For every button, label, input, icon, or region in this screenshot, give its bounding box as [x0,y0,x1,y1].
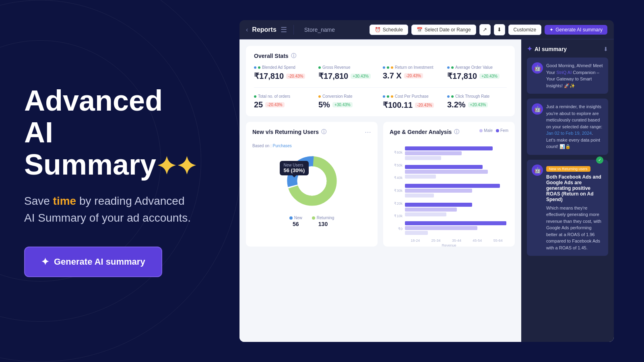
stat-item-gross-revenue: Gross Revenue ₹17,810 +30.43% [318,65,378,81]
bar-4554-gray [405,212,446,216]
bar-4554-light [405,208,457,212]
stat-item-blended-ad-spend: Blended Ad Spend ₹17,810 -20.43% [254,65,314,81]
charts-row: New v/s Returning Users ⓘ ⋯ Based on : P… [246,122,515,247]
nav-generate-button[interactable]: ✦ Generate AI summary [545,25,607,35]
schedule-button[interactable]: ⏰ Schedule [369,25,408,35]
check-icon: ✓ [596,156,603,164]
new-vs-returning-card: New v/s Returning Users ⓘ ⋯ Based on : P… [246,122,378,247]
bar-1824-gray [405,156,441,160]
legend-dot-returning [312,216,315,220]
dashboard-area: Overall Stats ⓘ Blended Ad Spend [239,39,521,342]
nav-store-name: Store_name [300,27,365,33]
stat-item-ctr: Click Through Rate 3.2% +20.43% [447,94,507,110]
dot-blue [254,66,256,69]
ai-download-icon[interactable]: ⬇ [603,46,608,52]
age-gender-chart: ₹60k ₹50k ₹40k ₹30k ₹20k ₹10k ₹0 [390,144,508,237]
stat-item-conversion-rate: Conversion Rate 5% +30.43% [318,94,378,110]
bar-group-5564 [405,221,508,235]
bar-4554-purple [405,203,472,207]
dot-green [258,66,260,69]
horizontal-bars [405,144,508,237]
nav-reports-label: Reports [252,26,276,33]
generate-ai-summary-button[interactable]: ✦ Generate AI summary [24,247,162,277]
hero-title: Advanced AI Summary✦✦ [24,85,197,181]
bar-group-2534 [405,165,508,179]
donut-legend: New 56 Returning 130 [252,216,371,227]
hero-subtitle: Save time by reading Advanced AI Summary… [24,193,197,226]
nav-back-button[interactable]: ‹ [246,26,248,33]
donut-chart: New Users 56 (30%) [284,153,340,209]
date-icon: 📅 [417,27,423,33]
bar-2534-gray [405,175,436,179]
stat-row-blended: ₹17,810 -20.43% [254,71,314,81]
hero-stars: ✦✦ [156,153,196,180]
ai-summary-panel: ✦ AI summary ⬇ 🤖 Good Morning, Ahmed! Me… [521,39,614,342]
legend-dot-new [289,216,293,220]
nav-divider [293,25,294,35]
legend-new: New 56 [289,216,302,227]
legend-male-dot [479,129,483,132]
stats-divider [254,87,507,88]
age-gender-title: Age & Gender Analysis ⓘ [390,128,459,136]
stat-item-roi: Return on Investment 3.7 X -20.43% [383,65,442,81]
x-axis-labels: 18-24 25-34 35-44 45-54 55-64 [390,239,508,243]
bar-group-3544 [405,184,508,197]
customize-label: Customize [514,27,537,33]
bar-5564-light [405,226,477,230]
right-panel: ‹ Reports ☰ Store_name ⏰ Schedule 📅 Sele… [221,0,644,362]
overall-stats-info-icon: ⓘ [291,52,296,60]
x-axis-title: Revenue [390,243,508,247]
hero-title-line1: Advanced AI [24,84,163,148]
bar-3544-light [405,189,472,193]
ai-avatar-2: 🤖 [532,103,543,115]
export-icon: ↗ [483,27,487,33]
nav-actions: ⏰ Schedule 📅 Select Date or Range ↗ ⬇ Cu… [369,24,607,35]
date-range-button[interactable]: 📅 Select Date or Range [411,25,476,35]
new-vs-returning-menu[interactable]: ⋯ [365,128,371,136]
main-content: Overall Stats ⓘ Blended Ad Spend [239,39,614,342]
download-button[interactable]: ⬇ [494,24,505,35]
bar-1824-purple [405,146,493,150]
bar-group-4554 [405,203,508,216]
bar-group-1824 [405,146,508,160]
nav-generate-label: Generate AI summary [555,27,603,33]
top-nav: ‹ Reports ☰ Store_name ⏰ Schedule 📅 Sele… [239,20,614,39]
ai-avatar-3: 🤖 [532,165,543,176]
new-vs-returning-header: New v/s Returning Users ⓘ ⋯ [252,128,371,141]
schedule-label: Schedule [383,27,403,33]
legend-female-dot [496,129,499,132]
age-gender-header: Age & Gender Analysis ⓘ Male [390,128,508,141]
customize-button[interactable]: Customize [508,25,542,35]
download-icon: ⬇ [497,27,502,33]
ai-panel-title: ✦ AI summary [527,45,567,53]
bar-1824-light [405,151,462,155]
ai-panel-header: ✦ AI summary ⬇ [527,45,608,53]
overall-stats-title: Overall Stats ⓘ [254,52,507,60]
overall-stats-label: Overall Stats [254,53,289,59]
subtitle-before: Save [24,195,53,207]
schedule-icon: ⏰ [375,27,381,33]
bar-3544-purple [405,184,500,188]
overall-stats-card: Overall Stats ⓘ Blended Ad Spend [246,46,515,116]
new-vs-returning-title: New v/s Returning Users ⓘ [252,128,326,136]
bar-5564-gray [405,231,428,235]
bar-3544-gray [405,193,434,197]
nav-menu-icon[interactable]: ☰ [281,25,287,34]
ai-message-2: 🤖 Just a reminder, the insights you're a… [527,99,608,155]
subtitle-highlight: time [53,195,76,207]
age-gender-legend: Male Fem [479,128,508,133]
stats-grid-top: Blended Ad Spend ₹17,810 -20.43% Gross R… [254,65,507,110]
bar-2534-light [405,170,488,174]
new-vs-returning-subtitle: Based on : Purchases [252,144,371,148]
dashboard-wrapper: ‹ Reports ☰ Store_name ⏰ Schedule 📅 Sele… [239,20,614,342]
stat-item-orders: Total no. of orders 25 -20.43% [254,94,314,110]
stat-item-cpp: Cost Per Purchase ₹100.11 -20.43% [383,94,442,110]
left-panel: Advanced AI Summary✦✦ Save time by readi… [0,0,221,362]
ai-avatar-1: 🤖 [532,62,543,74]
age-gender-card: Age & Gender Analysis ⓘ Male [383,122,515,247]
nav-generate-icon: ✦ [549,27,553,33]
ai-tag: New vs Returning users [546,166,590,172]
export-button[interactable]: ↗ [479,24,491,35]
y-axis-labels: ₹60k ₹50k ₹40k ₹30k ₹20k ₹10k ₹0 [390,144,402,237]
donut-tooltip: New Users 56 (30%) [280,161,309,175]
